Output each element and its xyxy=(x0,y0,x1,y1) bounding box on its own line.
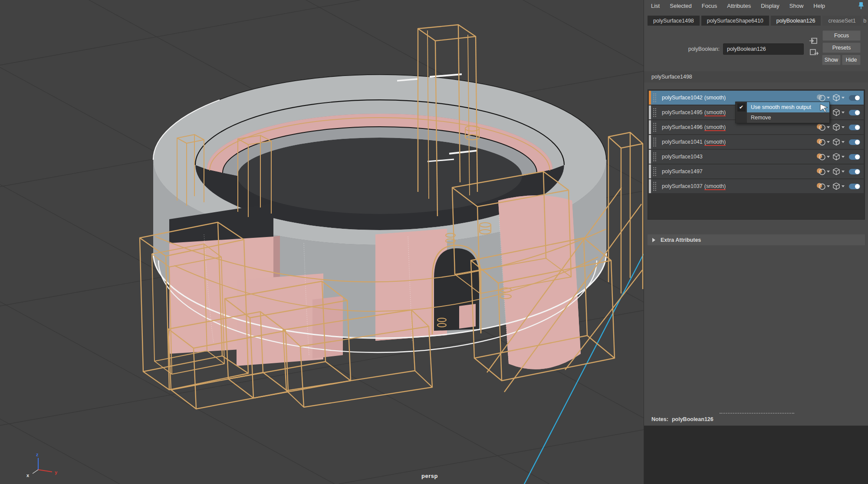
pin-icon[interactable] xyxy=(857,1,865,10)
menu-attributes[interactable]: Attributes xyxy=(727,3,751,9)
axis-z-label: z xyxy=(36,452,39,457)
display-mode-cube-icon[interactable] xyxy=(832,138,846,146)
hide-button[interactable]: Hide xyxy=(842,55,861,65)
shape-name: polySurface1497 xyxy=(662,168,703,175)
menu-show[interactable]: Show xyxy=(789,3,804,9)
tear-off-copy-icon[interactable] xyxy=(809,48,819,56)
extra-attributes-section[interactable]: Extra Attributes xyxy=(648,234,865,245)
material-icon[interactable] xyxy=(816,138,831,146)
material-icon[interactable] xyxy=(816,93,831,102)
panel-menubar: List Selected Focus Attributes Display S… xyxy=(644,0,868,12)
smooth-suffix: (smooth) xyxy=(704,95,726,101)
context-menu: ✔ Use smooth mesh output Remove xyxy=(735,102,830,123)
tab-polysurfaceshape6410[interactable]: polySurfaceShape6410 xyxy=(701,16,769,26)
drag-grip-icon[interactable] xyxy=(653,137,657,147)
menu-focus[interactable]: Focus xyxy=(702,3,717,9)
visibility-toggle[interactable] xyxy=(849,184,860,189)
copy-tab-icon[interactable] xyxy=(809,37,819,45)
row-drag-bar xyxy=(649,165,651,178)
material-icon[interactable] xyxy=(816,167,831,176)
attribute-editor-panel: List Selected Focus Attributes Display S… xyxy=(644,0,868,484)
camera-name-label: persp xyxy=(411,473,448,479)
notes-text-area[interactable] xyxy=(644,425,868,484)
notes-header: Notes:polyBoolean126 xyxy=(651,416,713,422)
tab-overflow[interactable]: b xyxy=(863,16,867,26)
row-drag-bar xyxy=(649,179,651,193)
row-drag-bar xyxy=(649,120,651,134)
list-item-polysurface1041[interactable]: polySurface1041(smooth) xyxy=(649,135,864,149)
menu-display[interactable]: Display xyxy=(761,3,779,9)
drag-grip-icon[interactable] xyxy=(653,181,657,191)
node-type-label: polyBoolean: xyxy=(670,46,720,52)
display-mode-cube-icon[interactable] xyxy=(832,182,846,191)
row-drag-bar xyxy=(649,105,651,119)
visibility-toggle[interactable] xyxy=(849,139,860,145)
axis-x-label: x xyxy=(26,473,30,478)
menu-item-remove[interactable]: Remove xyxy=(736,112,829,123)
mouse-cursor-icon xyxy=(819,103,829,113)
visibility-toggle[interactable] xyxy=(849,110,860,115)
node-name-field[interactable]: polyBoolean126 xyxy=(723,43,804,55)
menu-selected[interactable]: Selected xyxy=(670,3,692,9)
list-item-polysurface1497[interactable]: polySurface1497 xyxy=(649,165,864,178)
shape-name: polySurface1496 xyxy=(662,124,703,130)
list-item-polysurface1037[interactable]: polySurface1037(smooth) xyxy=(649,179,864,193)
row-drag-bar xyxy=(649,150,651,164)
maya-window: z y x persp List Selected Focus Attribut… xyxy=(0,0,868,484)
drag-grip-icon[interactable] xyxy=(653,108,657,117)
drag-grip-icon[interactable] xyxy=(653,152,657,161)
notes-resize-handle[interactable] xyxy=(720,413,794,414)
axis-gizmo[interactable]: z y x xyxy=(26,452,58,478)
menu-item-use-smooth-mesh-output[interactable]: ✔ Use smooth mesh output xyxy=(736,102,829,112)
axis-y-label: y xyxy=(55,470,58,475)
visibility-toggle[interactable] xyxy=(849,125,860,130)
display-mode-cube-icon[interactable] xyxy=(832,108,846,117)
shape-name: polySurface1041 xyxy=(662,139,703,145)
smooth-suffix: (smooth) xyxy=(704,124,726,131)
display-mode-cube-icon[interactable] xyxy=(832,93,846,102)
visibility-toggle[interactable] xyxy=(849,95,860,101)
tab-bar: polySurface1498 polySurfaceShape6410 pol… xyxy=(644,16,868,26)
drag-grip-icon[interactable] xyxy=(653,122,657,132)
row-drag-bar xyxy=(649,91,651,105)
checkmark-icon: ✔ xyxy=(737,103,746,112)
visibility-toggle[interactable] xyxy=(849,154,860,160)
viewport-3d[interactable]: z y x persp xyxy=(0,0,644,484)
shape-name: polySurface1043 xyxy=(662,154,703,160)
visibility-toggle[interactable] xyxy=(849,169,860,175)
menu-list[interactable]: List xyxy=(651,3,660,9)
row-drag-bar xyxy=(649,135,651,149)
material-icon[interactable] xyxy=(816,152,831,161)
smooth-suffix: (smooth) xyxy=(704,109,726,116)
shape-name: polySurface1037 xyxy=(662,183,703,189)
display-mode-cube-icon[interactable] xyxy=(832,152,846,161)
expand-arrow-icon xyxy=(652,238,655,242)
display-mode-cube-icon[interactable] xyxy=(832,167,846,176)
scene-render: z y x xyxy=(0,0,644,484)
show-button[interactable]: Show xyxy=(822,55,841,65)
node-section-title: polySurface1498 xyxy=(644,71,868,82)
material-icon[interactable] xyxy=(816,123,831,132)
menu-help[interactable]: Help xyxy=(813,3,825,9)
shape-name: polySurface1042 xyxy=(662,95,703,101)
tab-polysurface1498[interactable]: polySurface1498 xyxy=(648,16,700,26)
focus-button[interactable]: Focus xyxy=(822,30,861,41)
tab-polyboolean126[interactable]: polyBoolean126 xyxy=(771,16,821,26)
drag-grip-icon[interactable] xyxy=(653,93,657,102)
material-icon[interactable] xyxy=(816,182,831,191)
display-mode-cube-icon[interactable] xyxy=(832,123,846,132)
smooth-suffix: (smooth) xyxy=(704,139,726,146)
drag-grip-icon[interactable] xyxy=(653,167,657,176)
tab-creaseset1[interactable]: creaseSet1 xyxy=(822,16,861,26)
shape-name: polySurface1495 xyxy=(662,109,703,115)
list-item-polysurface1043[interactable]: polySurface1043 xyxy=(649,150,864,164)
presets-button[interactable]: Presets xyxy=(822,43,861,53)
smooth-suffix: (smooth) xyxy=(704,183,726,190)
